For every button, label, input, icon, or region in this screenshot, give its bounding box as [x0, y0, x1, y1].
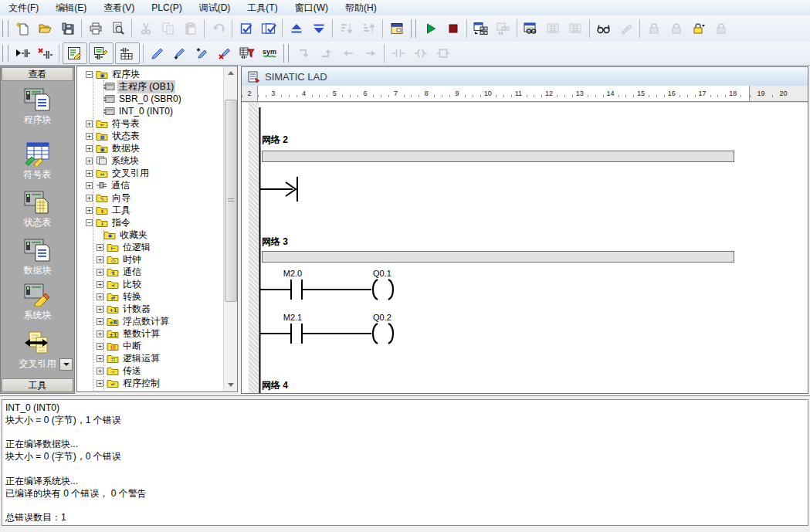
tree-item[interactable]: −↓指令: [77, 216, 224, 229]
expand-icon[interactable]: +: [97, 256, 103, 263]
open-project-icon[interactable]: [34, 18, 56, 39]
cross-reference-dropdown-icon[interactable]: [59, 358, 73, 371]
tree-item-label[interactable]: 传送: [121, 364, 143, 378]
expand-icon[interactable]: +: [97, 244, 103, 251]
upload-icon[interactable]: [285, 18, 307, 39]
tree-item[interactable]: +±R浮点数计算: [77, 315, 224, 327]
tree-item[interactable]: +⇄转换: [77, 290, 224, 303]
tree-item[interactable]: ✱收藏夹: [77, 229, 224, 241]
tree-item-label[interactable]: 通信: [110, 179, 131, 192]
contact-symbol-m21[interactable]: [259, 324, 371, 344]
download-icon[interactable]: [307, 18, 330, 39]
tree-item-label[interactable]: 向导: [110, 191, 132, 205]
menu-item-plc[interactable]: PLC(P): [143, 0, 190, 15]
tree-scrollbar[interactable]: [223, 66, 237, 391]
coil-symbol-q02[interactable]: [373, 324, 393, 344]
tree-item-label[interactable]: 位逻辑: [121, 241, 152, 254]
menu-item-file[interactable]: 文件(F): [0, 0, 47, 15]
compile-icon[interactable]: [235, 18, 257, 39]
collapse-icon[interactable]: −: [86, 71, 93, 78]
save-project-icon[interactable]: [56, 18, 79, 39]
tree-item-label[interactable]: 时钟: [121, 253, 143, 266]
sidebar-item-status-chart[interactable]: 状态表: [1, 188, 74, 229]
scroll-up-icon[interactable]: [224, 66, 237, 80]
toolbar-grip[interactable]: [2, 20, 8, 37]
tree-item-label[interactable]: 收藏夹: [118, 229, 149, 242]
tree-item-label[interactable]: 符号表: [110, 117, 141, 130]
tree-item[interactable]: −▣程序块: [77, 68, 224, 80]
view-bar-button[interactable]: 查看: [2, 67, 73, 81]
tree-item[interactable]: +±1整数计算: [77, 327, 224, 340]
clear-bookmarks-icon[interactable]: [213, 42, 236, 64]
tree-item[interactable]: +~传送: [77, 364, 224, 377]
tree-item[interactable]: INT_0 (INT0): [77, 105, 224, 117]
toolbar-grip[interactable]: [2, 45, 8, 62]
tree-item[interactable]: +t工具: [77, 204, 224, 216]
expand-icon[interactable]: +: [86, 158, 93, 164]
tree-item[interactable]: +←符号表: [77, 117, 224, 130]
tree-item-label[interactable]: SBR_0 (SBR0): [117, 93, 183, 104]
tree-item[interactable]: +: [77, 389, 224, 391]
run-icon[interactable]: [419, 18, 442, 39]
tree-item[interactable]: +↔交叉引用: [77, 167, 224, 179]
tree-item[interactable]: +⊢位逻辑: [77, 241, 224, 253]
coil-operand-label[interactable]: Q0.1: [365, 269, 399, 278]
sidebar-item-symbol-table[interactable]: 符号表: [1, 140, 74, 181]
contact-operand-label[interactable]: M2.0: [276, 269, 310, 278]
collapse-icon[interactable]: −: [86, 219, 93, 226]
tree-item[interactable]: SBR_0 (SBR0): [77, 93, 224, 105]
tree-item-label[interactable]: 指令: [110, 216, 132, 229]
expand-icon[interactable]: +: [97, 293, 103, 300]
tree-item-label[interactable]: 交叉引用: [110, 167, 151, 180]
tree-item[interactable]: 主程序 (OB1): [77, 80, 224, 93]
insert-network-icon[interactable]: [12, 42, 34, 64]
expand-icon[interactable]: +: [97, 269, 103, 276]
tree-item-label[interactable]: 计数器: [121, 303, 152, 316]
tree-item-label[interactable]: 转换: [121, 290, 143, 303]
sidebar-item-program-block[interactable]: 程序块: [1, 85, 74, 127]
tree-item[interactable]: +↵程序控制: [77, 377, 224, 389]
expand-icon[interactable]: +: [97, 318, 103, 325]
tree-item[interactable]: +▣数据块: [77, 142, 224, 154]
expand-icon[interactable]: +: [97, 355, 103, 362]
toggle-grid-icon[interactable]: [115, 42, 140, 64]
delete-network-icon[interactable]: [34, 42, 56, 64]
tree-item-label[interactable]: 系统块: [110, 154, 141, 168]
tree-item-label[interactable]: 程序块: [110, 68, 141, 81]
contact-operand-label[interactable]: M2.1: [276, 313, 310, 322]
tree-item-label[interactable]: 比较: [121, 278, 143, 291]
tree-item[interactable]: ++1计数器: [77, 303, 224, 315]
sidebar-item-data-block[interactable]: 数据块: [1, 236, 74, 277]
menu-item-edit[interactable]: 编辑(E): [47, 0, 95, 15]
new-file-icon[interactable]: [12, 18, 34, 39]
tree-item[interactable]: +◷时钟: [77, 253, 224, 266]
network-2-comment-field[interactable]: [262, 151, 734, 162]
stop-icon[interactable]: [442, 18, 464, 39]
tree-item[interactable]: +<比较: [77, 278, 224, 290]
tree-item-label[interactable]: 整数计算: [121, 327, 161, 341]
tree-item-label[interactable]: 数据块: [110, 142, 141, 155]
menu-item-help[interactable]: 帮助(H): [337, 0, 385, 15]
compile-all-icon[interactable]: [257, 18, 280, 39]
options-icon[interactable]: [385, 18, 408, 39]
tree-item[interactable]: +✎向导: [77, 191, 224, 204]
open-branch-arrow[interactable]: [259, 177, 297, 202]
tree-item[interactable]: +∷逻辑运算: [77, 352, 224, 364]
tree-item-label[interactable]: INT_0 (INT0): [117, 106, 175, 117]
print-preview-icon[interactable]: [107, 18, 129, 39]
force-enabled-lock-icon[interactable]: [687, 18, 710, 39]
ladder-editor-canvas[interactable]: 网络 2 网络 3 M2.0 Q0.1 M2.1 Q0.2 网络 4: [242, 103, 808, 393]
expand-icon[interactable]: +: [86, 207, 93, 214]
tree-item-label[interactable]: 程序控制: [121, 377, 161, 390]
tree-item[interactable]: +通信: [77, 179, 224, 191]
expand-icon[interactable]: +: [86, 145, 93, 152]
tree-item[interactable]: +↯通信: [77, 266, 224, 278]
monitor-glasses-icon[interactable]: [592, 18, 615, 39]
toggle-network-comments-icon[interactable]: [89, 42, 114, 64]
menu-item-debug[interactable]: 调试(D): [191, 0, 239, 15]
tree-item-label[interactable]: 主程序 (OB1): [117, 80, 175, 93]
print-icon[interactable]: [84, 18, 107, 39]
expand-icon[interactable]: +: [97, 330, 103, 337]
tree-item-label[interactable]: 工具: [110, 204, 132, 217]
symbol-filter-icon[interactable]: [236, 42, 258, 64]
